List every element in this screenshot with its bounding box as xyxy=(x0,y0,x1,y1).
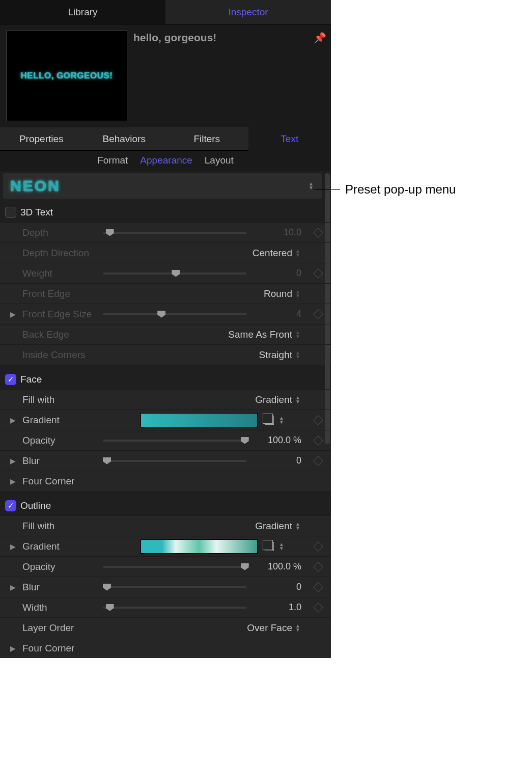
weight-value[interactable]: 0 xyxy=(256,268,301,279)
row-outline-gradient: Gradient ▲▼ xyxy=(0,536,331,556)
face-opacity-value[interactable]: 100.0 % xyxy=(256,435,301,446)
checkbox-3d-text[interactable] xyxy=(5,207,16,218)
inside-corners-label: Inside Corners xyxy=(22,349,99,361)
outline-gradient-label: Gradient xyxy=(22,541,99,552)
section-3d-text-header[interactable]: 3D Text xyxy=(0,203,331,222)
keyframe-icon[interactable] xyxy=(313,562,323,572)
text-mode-format[interactable]: Format xyxy=(97,155,128,166)
keyframe-icon[interactable] xyxy=(313,415,323,425)
depth-value[interactable]: 10.0 xyxy=(256,227,301,238)
section-face-header[interactable]: ✓ Face xyxy=(0,370,331,389)
checkbox-outline[interactable]: ✓ xyxy=(5,500,16,511)
depth-direction-label: Depth Direction xyxy=(22,248,99,259)
keyframe-icon[interactable] xyxy=(313,228,323,238)
inspector-sub-tabs: Properties Behaviors Filters Text xyxy=(0,127,331,151)
preset-label: NEON xyxy=(10,177,61,195)
row-face-fill-with: Fill with Gradient▲▼ xyxy=(0,389,331,410)
outline-four-corner-label: Four Corner xyxy=(22,643,99,654)
face-four-corner-label: Four Corner xyxy=(22,476,99,487)
layer-title: hello, gorgeous! xyxy=(133,31,307,44)
face-fill-with-popup[interactable]: Gradient▲▼ xyxy=(255,394,301,405)
outline-width-slider[interactable] xyxy=(103,607,246,609)
keyframe-icon[interactable] xyxy=(313,456,323,466)
row-face-blur: Blur 0 xyxy=(0,450,331,471)
disclosure-icon[interactable] xyxy=(10,583,16,591)
row-outline-width: Width 1.0 xyxy=(0,597,331,617)
outline-blur-label: Blur xyxy=(22,582,99,593)
gradient-preset-icon[interactable] xyxy=(265,542,274,551)
pin-icon[interactable]: 📌 xyxy=(314,31,325,44)
keyframe-icon[interactable] xyxy=(313,435,323,446)
section-outline-label: Outline xyxy=(20,500,51,511)
keyframe-icon[interactable] xyxy=(313,541,323,552)
checkbox-face[interactable]: ✓ xyxy=(5,374,16,385)
section-face-label: Face xyxy=(20,374,42,385)
front-edge-size-value[interactable]: 4 xyxy=(256,309,301,319)
outline-opacity-slider[interactable] xyxy=(103,566,246,568)
front-edge-popup[interactable]: Round▲▼ xyxy=(264,288,301,299)
row-front-edge: Front Edge Round▲▼ xyxy=(0,283,331,304)
tab-inspector[interactable]: Inspector xyxy=(165,0,331,24)
text-mode-appearance[interactable]: Appearance xyxy=(140,155,192,166)
outline-opacity-value[interactable]: 100.0 % xyxy=(256,561,301,572)
disclosure-icon[interactable] xyxy=(10,542,16,551)
row-outline-four-corner: Four Corner xyxy=(0,638,331,658)
row-weight: Weight 0 xyxy=(0,263,331,283)
stepper-icon[interactable]: ▲▼ xyxy=(278,541,285,552)
face-blur-value[interactable]: 0 xyxy=(256,455,301,466)
inside-corners-popup[interactable]: Straight▲▼ xyxy=(259,349,301,361)
depth-direction-popup[interactable]: Centered▲▼ xyxy=(253,248,301,259)
outline-width-label: Width xyxy=(22,602,99,613)
depth-slider[interactable] xyxy=(103,232,246,234)
tab-properties[interactable]: Properties xyxy=(0,127,83,151)
back-edge-popup[interactable]: Same As Front▲▼ xyxy=(228,329,301,340)
disclosure-icon[interactable] xyxy=(10,644,16,652)
section-3d-text-rows: Depth 10.0 Depth Direction Centered▲▼ We… xyxy=(0,222,331,365)
annotation-label: Preset pop-up menu xyxy=(345,182,456,197)
section-3d-text-label: 3D Text xyxy=(20,207,53,218)
keyframe-icon[interactable] xyxy=(313,268,323,279)
face-fill-with-label: Fill with xyxy=(22,394,99,405)
section-outline-header[interactable]: ✓ Outline xyxy=(0,496,331,515)
face-opacity-slider[interactable] xyxy=(103,440,246,442)
keyframe-icon[interactable] xyxy=(313,603,323,613)
row-depth: Depth 10.0 xyxy=(0,222,331,242)
tab-behaviors[interactable]: Behaviors xyxy=(83,127,166,151)
outline-width-value[interactable]: 1.0 xyxy=(256,602,301,613)
front-edge-size-slider[interactable] xyxy=(103,313,246,315)
outline-blur-value[interactable]: 0 xyxy=(256,582,301,592)
keyframe-icon[interactable] xyxy=(313,309,323,319)
row-outline-layer-order: Layer Order Over Face▲▼ xyxy=(0,617,331,638)
tab-library[interactable]: Library xyxy=(0,0,165,24)
weight-slider[interactable] xyxy=(103,272,246,275)
outline-opacity-label: Opacity xyxy=(22,561,99,572)
disclosure-icon[interactable] xyxy=(10,457,16,465)
outline-layer-order-popup[interactable]: Over Face▲▼ xyxy=(247,622,301,634)
outline-blur-slider[interactable] xyxy=(103,586,246,588)
section-face-rows: Fill with Gradient▲▼ Gradient ▲▼ Opacity xyxy=(0,389,331,491)
preset-popup-menu[interactable]: NEON ▲▼ xyxy=(3,173,322,199)
keyframe-icon[interactable] xyxy=(313,582,323,592)
tab-text[interactable]: Text xyxy=(248,127,331,151)
text-mode-layout[interactable]: Layout xyxy=(205,155,234,166)
outline-gradient-well[interactable] xyxy=(141,539,258,554)
disclosure-icon[interactable] xyxy=(10,416,16,424)
annotation-line xyxy=(314,189,340,190)
front-edge-label: Front Edge xyxy=(22,288,99,299)
depth-label: Depth xyxy=(22,227,99,238)
gradient-preset-icon[interactable] xyxy=(265,416,274,425)
disclosure-icon[interactable] xyxy=(10,477,16,485)
row-front-edge-size: Front Edge Size 4 xyxy=(0,304,331,324)
outline-fill-with-popup[interactable]: Gradient▲▼ xyxy=(255,521,301,532)
face-gradient-well[interactable] xyxy=(141,413,258,427)
row-face-gradient: Gradient ▲▼ xyxy=(0,410,331,430)
row-outline-blur: Blur 0 xyxy=(0,577,331,597)
inspector-content: NEON ▲▼ 3D Text Depth 10.0 Depth Directi… xyxy=(0,171,331,658)
disclosure-icon[interactable] xyxy=(10,310,16,318)
tab-filters[interactable]: Filters xyxy=(165,127,248,151)
preview-thumbnail: HELLO, GORGEOUS! xyxy=(6,31,127,121)
row-face-opacity: Opacity 100.0 % xyxy=(0,430,331,450)
stepper-icon[interactable]: ▲▼ xyxy=(278,415,285,426)
preview-area: HELLO, GORGEOUS! hello, gorgeous! 📌 xyxy=(0,24,331,127)
face-blur-slider[interactable] xyxy=(103,460,246,462)
